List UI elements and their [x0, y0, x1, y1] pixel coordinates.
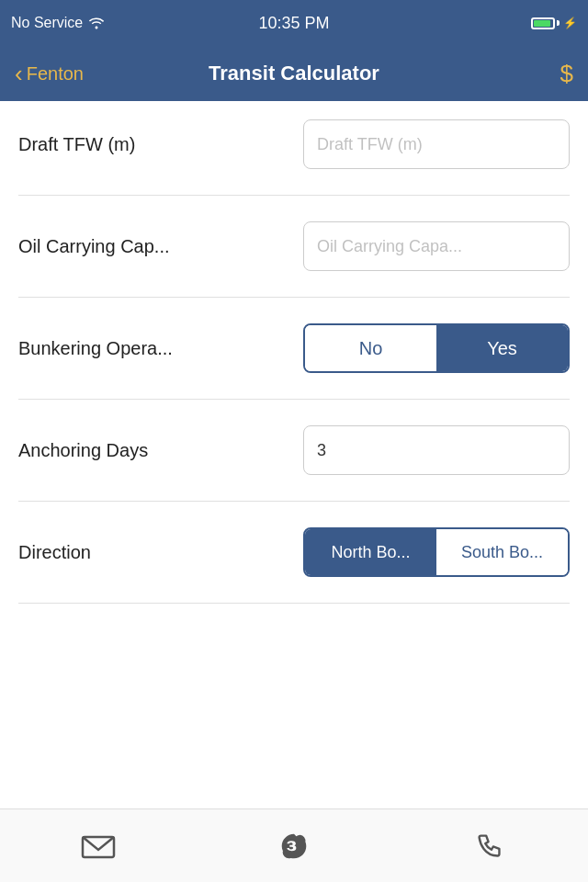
status-right: ⚡	[531, 17, 577, 29]
bunkering-no-option[interactable]: No	[305, 325, 436, 371]
bunkering-yes-option[interactable]: Yes	[436, 325, 568, 371]
oil-carrying-label: Oil Carrying Cap...	[18, 236, 170, 257]
direction-row: Direction North Bo... South Bo...	[18, 502, 570, 604]
tab-mail[interactable]	[62, 829, 135, 864]
oil-carrying-input[interactable]	[303, 221, 570, 271]
oil-carrying-row: Oil Carrying Cap...	[18, 196, 570, 298]
tab-phone[interactable]	[453, 829, 526, 864]
anchoring-days-row: Anchoring Days	[18, 400, 570, 502]
status-bar: No Service 10:35 PM ⚡	[0, 0, 588, 46]
direction-segmented: North Bo... South Bo...	[303, 527, 570, 577]
battery-indicator	[531, 17, 560, 29]
nav-title: Transit Calculator	[209, 62, 379, 85]
back-chevron-icon: ‹	[15, 62, 23, 85]
draft-tfw-input[interactable]	[303, 119, 570, 169]
status-time: 10:35 PM	[258, 14, 329, 33]
wifi-icon	[88, 17, 105, 29]
skype-icon	[277, 829, 311, 864]
charging-bolt: ⚡	[563, 17, 577, 29]
direction-northbound-option[interactable]: North Bo...	[305, 529, 436, 575]
phone-icon	[472, 829, 507, 864]
draft-tfw-row: Draft TFW (m)	[18, 101, 570, 196]
bunkering-row: Bunkering Opera... No Yes	[18, 298, 570, 400]
back-label: Fenton	[27, 63, 84, 85]
tab-bar	[0, 808, 588, 882]
mail-icon	[81, 829, 116, 864]
back-button[interactable]: ‹ Fenton	[15, 62, 84, 85]
draft-tfw-label: Draft TFW (m)	[18, 134, 135, 155]
status-left: No Service	[11, 15, 105, 31]
bunkering-label: Bunkering Opera...	[18, 338, 173, 359]
dollar-icon: $	[560, 60, 573, 87]
anchoring-days-label: Anchoring Days	[18, 440, 148, 461]
tab-skype[interactable]	[257, 829, 331, 864]
anchoring-days-input[interactable]	[303, 425, 570, 475]
nav-bar: ‹ Fenton Transit Calculator $	[0, 46, 588, 101]
currency-button[interactable]: $	[560, 60, 573, 88]
direction-southbound-option[interactable]: South Bo...	[436, 529, 568, 575]
direction-label: Direction	[18, 542, 91, 563]
main-content: Draft TFW (m) Oil Carrying Cap... Bunker…	[0, 101, 588, 808]
bunkering-segmented: No Yes	[303, 323, 570, 373]
carrier-text: No Service	[11, 15, 83, 31]
